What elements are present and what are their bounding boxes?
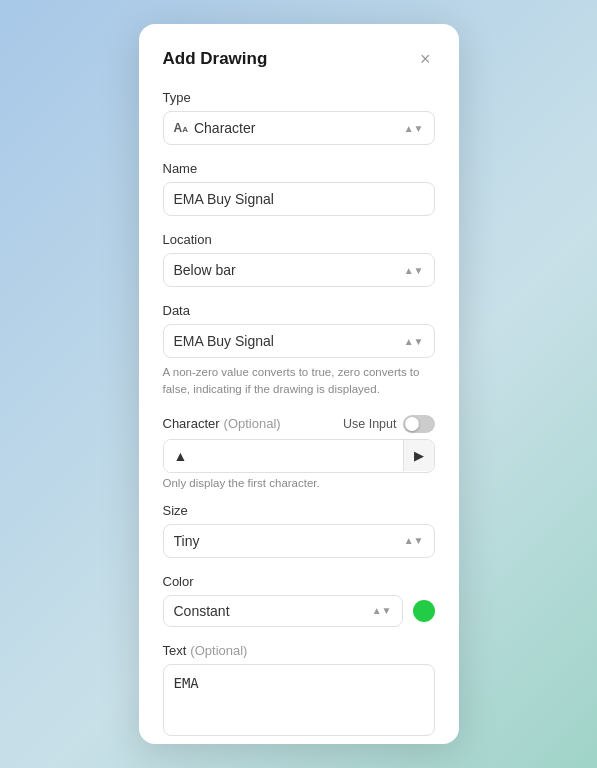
color-swatch[interactable] xyxy=(413,600,435,622)
size-label: Size xyxy=(163,503,435,518)
color-row: Constant Variable ▲▼ xyxy=(163,595,435,627)
data-select[interactable]: EMA Buy Signal xyxy=(174,333,404,349)
character-label-group: Character (Optional) xyxy=(163,416,281,431)
use-input-label: Use Input xyxy=(343,417,397,431)
character-optional-label: (Optional) xyxy=(224,416,281,431)
size-field-group: Size Tiny Small Normal Large ▲▼ xyxy=(163,503,435,558)
location-select[interactable]: Below bar Above bar On bar xyxy=(174,262,404,278)
text-field-group: Text (Optional) EMA Supports multi-line … xyxy=(163,643,435,745)
location-field-group: Location Below bar Above bar On bar ▲▼ xyxy=(163,232,435,287)
name-input[interactable] xyxy=(163,182,435,216)
data-label: Data xyxy=(163,303,435,318)
character-input[interactable] xyxy=(164,440,403,472)
character-cursor-icon: ▶ xyxy=(403,440,434,471)
type-select-wrapper: Aa Character Line Arrow Label ▲▼ xyxy=(163,111,435,145)
modal-header: Add Drawing × xyxy=(163,48,435,70)
text-label: Text xyxy=(163,643,187,658)
data-field-group: Data EMA Buy Signal ▲▼ A non-zero value … xyxy=(163,303,435,399)
character-label: Character xyxy=(163,416,220,431)
text-optional-label: (Optional) xyxy=(190,643,247,658)
color-select-wrapper: Constant Variable ▲▼ xyxy=(163,595,403,627)
location-label: Location xyxy=(163,232,435,247)
data-select-arrow-icon: ▲▼ xyxy=(404,336,424,347)
size-select-arrow-icon: ▲▼ xyxy=(404,535,424,546)
modal-title: Add Drawing xyxy=(163,49,268,69)
name-field-group: Name xyxy=(163,161,435,216)
use-input-toggle[interactable] xyxy=(403,415,435,433)
close-button[interactable]: × xyxy=(416,48,435,70)
data-select-wrapper: EMA Buy Signal ▲▼ xyxy=(163,324,435,358)
name-label: Name xyxy=(163,161,435,176)
type-select-arrow-icon: ▲▼ xyxy=(404,123,424,134)
use-input-group: Use Input xyxy=(343,415,435,433)
character-row: Character (Optional) Use Input xyxy=(163,415,435,433)
size-select-wrapper: Tiny Small Normal Large ▲▼ xyxy=(163,524,435,558)
toggle-knob xyxy=(405,417,419,431)
character-input-row: ▶ xyxy=(163,439,435,473)
color-label: Color xyxy=(163,574,435,589)
color-select[interactable]: Constant Variable xyxy=(174,603,372,619)
location-select-wrapper: Below bar Above bar On bar ▲▼ xyxy=(163,253,435,287)
type-label: Type xyxy=(163,90,435,105)
type-field-group: Type Aa Character Line Arrow Label ▲▼ xyxy=(163,90,435,145)
location-select-arrow-icon: ▲▼ xyxy=(404,265,424,276)
add-drawing-modal: Add Drawing × Type Aa Character Line Arr… xyxy=(139,24,459,744)
color-select-arrow-icon: ▲▼ xyxy=(372,605,392,616)
type-select[interactable]: Character Line Arrow Label xyxy=(194,120,404,136)
size-select[interactable]: Tiny Small Normal Large xyxy=(174,533,404,549)
color-field-group: Color Constant Variable ▲▼ xyxy=(163,574,435,627)
data-hint: A non-zero value converts to true, zero … xyxy=(163,364,435,399)
only-first-char-hint: Only display the first character. xyxy=(163,477,435,489)
type-icon: Aa xyxy=(174,121,188,135)
text-textarea[interactable]: EMA xyxy=(163,664,435,736)
